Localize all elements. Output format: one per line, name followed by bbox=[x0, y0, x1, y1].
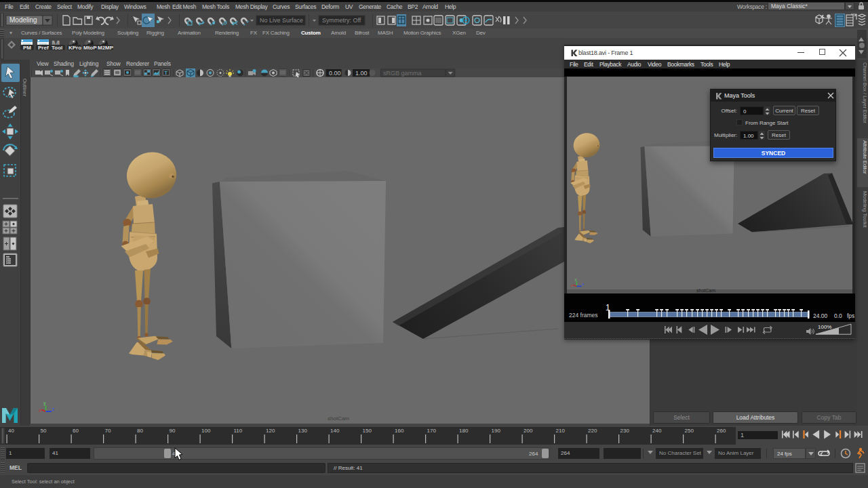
svg-text:Symmetry: Off: Symmetry: Off bbox=[322, 17, 361, 24]
svg-text:KPro: KPro bbox=[68, 45, 81, 51]
svg-text:40: 40 bbox=[8, 428, 14, 434]
svg-text:50: 50 bbox=[41, 428, 47, 434]
svg-text:Pref: Pref bbox=[38, 45, 49, 51]
svg-text:140: 140 bbox=[330, 428, 340, 434]
svg-text:120: 120 bbox=[266, 428, 275, 434]
svg-text:150: 150 bbox=[363, 428, 372, 434]
svg-text:170: 170 bbox=[427, 428, 437, 434]
svg-text:PM: PM bbox=[23, 45, 31, 51]
svg-text:230: 230 bbox=[620, 428, 630, 434]
svg-text:240: 240 bbox=[652, 428, 662, 434]
svg-text:Tool: Tool bbox=[52, 45, 62, 51]
svg-text:90: 90 bbox=[170, 428, 176, 434]
svg-text:1: 1 bbox=[741, 432, 744, 439]
svg-text:130: 130 bbox=[298, 428, 308, 434]
svg-text:180: 180 bbox=[459, 428, 469, 434]
svg-text:1.00: 1.00 bbox=[355, 70, 368, 77]
svg-text:220: 220 bbox=[588, 428, 597, 434]
svg-text:shotCam: shotCam bbox=[328, 415, 349, 422]
svg-text:100%: 100% bbox=[818, 324, 831, 330]
svg-text:190: 190 bbox=[492, 428, 501, 434]
svg-text:110: 110 bbox=[234, 428, 243, 434]
svg-text:210: 210 bbox=[556, 428, 566, 434]
svg-text:sRGB gamma: sRGB gamma bbox=[383, 70, 422, 77]
svg-text:No Live Surface: No Live Surface bbox=[260, 17, 303, 24]
svg-text:T: T bbox=[164, 70, 167, 76]
svg-text:70: 70 bbox=[105, 428, 111, 434]
svg-text:M2MP: M2MP bbox=[98, 45, 114, 51]
svg-text:0.00: 0.00 bbox=[329, 70, 341, 77]
svg-text:100: 100 bbox=[201, 428, 211, 434]
svg-text:60: 60 bbox=[73, 428, 79, 434]
svg-text:Modeling: Modeling bbox=[9, 16, 37, 24]
svg-text:260: 260 bbox=[717, 428, 726, 434]
svg-text:250: 250 bbox=[685, 428, 694, 434]
svg-text:200: 200 bbox=[524, 428, 533, 434]
svg-text:80: 80 bbox=[137, 428, 143, 434]
svg-text:160: 160 bbox=[395, 428, 404, 434]
